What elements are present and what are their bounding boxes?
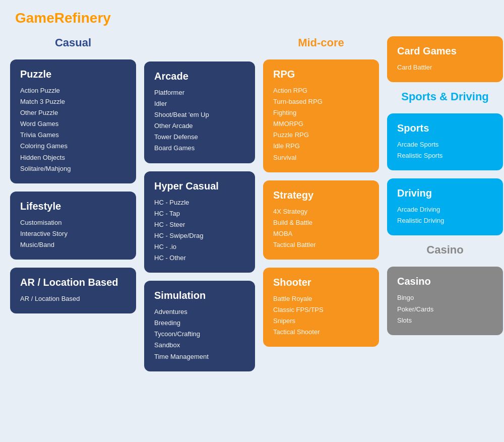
card-games-items: Card Battler [397, 62, 493, 73]
puzzle-card: Puzzle Action Puzzle Match 3 Puzzle Othe… [10, 59, 136, 183]
list-item: HC - .io [154, 241, 245, 252]
casino-items: Bingo Poker/Cards Slots [397, 292, 493, 326]
rpg-title: RPG [273, 69, 369, 80]
logo: GameRefinery [15, 10, 494, 26]
list-item: Customisation [20, 217, 126, 228]
list-item: Sandbox [154, 340, 245, 351]
list-item: Breeding [154, 318, 245, 329]
list-item: Fighting [273, 107, 369, 118]
list-item: Hidden Objects [20, 152, 126, 163]
list-item: Tower Defense [154, 132, 245, 143]
list-item: Puzzle RPG [273, 130, 369, 141]
list-item: Slots [397, 315, 493, 326]
list-item: Action Puzzle [20, 85, 126, 96]
list-item: Shoot/Beat 'em Up [154, 109, 245, 120]
list-item: Bingo [397, 292, 493, 303]
card-games-title: Card Games [397, 45, 493, 57]
list-item: Tycoon/Crafting [154, 329, 245, 340]
sports-items: Arcade Sports Realistic Sports [397, 139, 493, 161]
midcore-column: Mid-core RPG Action RPG Turn-based RPG F… [263, 36, 379, 347]
list-item: HC - Other [154, 252, 245, 264]
strategy-items: 4X Strategy Build & Battle MOBA Tactical… [273, 206, 369, 250]
list-item: Match 3 Puzzle [20, 96, 126, 107]
midcore-title: Mid-core [263, 36, 379, 49]
list-item: MMORPG [273, 118, 369, 130]
list-item: Trivia Games [20, 130, 126, 141]
list-item: Adventures [154, 306, 245, 318]
simulation-card: Simulation Adventures Breeding Tycoon/Cr… [144, 281, 255, 371]
lifestyle-title: Lifestyle [20, 201, 126, 212]
sports-card: Sports Arcade Sports Realistic Sports [387, 113, 503, 170]
rpg-items: Action RPG Turn-based RPG Fighting MMORP… [273, 85, 369, 163]
ar-card: AR / Location Based AR / Location Based [10, 268, 136, 313]
simulation-items: Adventures Breeding Tycoon/Crafting Sand… [154, 306, 245, 362]
sports-driving-title: Sports & Driving [387, 90, 503, 103]
lifestyle-items: Customisation Interactive Story Music/Ba… [20, 217, 126, 250]
list-item: HC - Steer [154, 219, 245, 230]
driving-title: Driving [397, 187, 493, 199]
list-item: Arcade Driving [397, 204, 493, 215]
list-item: Turn-based RPG [273, 96, 369, 107]
list-item: Other Arcade [154, 120, 245, 132]
puzzle-title: Puzzle [20, 69, 126, 80]
ar-title: AR / Location Based [20, 277, 126, 288]
list-item: 4X Strategy [273, 206, 369, 217]
list-item: Idle RPG [273, 141, 369, 152]
list-item: Realistic Driving [397, 215, 493, 226]
list-item: Tactical Battler [273, 239, 369, 250]
spacer [144, 36, 255, 53]
list-item: AR / Location Based [20, 293, 126, 304]
driving-items: Arcade Driving Realistic Driving [397, 204, 493, 226]
list-item: HC - Puzzle [154, 197, 245, 208]
list-item: Music/Band [20, 239, 126, 250]
sports-title: Sports [397, 122, 493, 134]
list-item: Interactive Story [20, 228, 126, 239]
shooter-items: Battle Royale Classic FPS/TPS Snipers Ta… [273, 293, 369, 338]
hyper-casual-title: Hyper Casual [154, 180, 245, 192]
list-item: Board Games [154, 143, 245, 154]
list-item: Tactical Shooter [273, 327, 369, 338]
simulation-title: Simulation [154, 290, 245, 301]
arcade-items: Platformer Idler Shoot/Beat 'em Up Other… [154, 87, 245, 154]
list-item: Survival [273, 152, 369, 163]
casual-column: Casual Puzzle Action Puzzle Match 3 Puzz… [10, 36, 136, 313]
strategy-title: Strategy [273, 190, 369, 201]
ar-items: AR / Location Based [20, 293, 126, 304]
strategy-card: Strategy 4X Strategy Build & Battle MOBA… [263, 180, 379, 260]
shooter-card: Shooter Battle Royale Classic FPS/TPS Sn… [263, 268, 379, 347]
list-item: HC - Tap [154, 208, 245, 219]
list-item: Classic FPS/TPS [273, 304, 369, 315]
logo-text: GameRefinery [15, 10, 111, 26]
driving-card: Driving Arcade Driving Realistic Driving [387, 178, 503, 235]
list-item: Action RPG [273, 85, 369, 96]
arcade-card: Arcade Platformer Idler Shoot/Beat 'em U… [144, 61, 255, 163]
list-item: Platformer [154, 87, 245, 98]
lifestyle-card: Lifestyle Customisation Interactive Stor… [10, 192, 136, 260]
list-item: Idler [154, 98, 245, 109]
list-item: Realistic Sports [397, 150, 493, 161]
list-item: Poker/Cards [397, 304, 493, 315]
casino-card: Casino Bingo Poker/Cards Slots [387, 267, 503, 335]
list-item: Card Battler [397, 62, 493, 73]
shooter-title: Shooter [273, 277, 369, 288]
list-item: Time Management [154, 351, 245, 362]
rpg-card: RPG Action RPG Turn-based RPG Fighting M… [263, 59, 379, 172]
hyper-casual-items: HC - Puzzle HC - Tap HC - Steer HC - Swi… [154, 197, 245, 264]
card-games-card: Card Games Card Battler [387, 36, 503, 82]
arcade-column: Arcade Platformer Idler Shoot/Beat 'em U… [144, 36, 255, 371]
list-item: Battle Royale [273, 293, 369, 304]
casino-title: Casino [397, 276, 493, 287]
list-item: Arcade Sports [397, 139, 493, 150]
arcade-title: Arcade [154, 71, 245, 82]
list-item: Build & Battle [273, 217, 369, 228]
puzzle-items: Action Puzzle Match 3 Puzzle Other Puzzl… [20, 85, 126, 174]
right-column: Card Games Card Battler Sports & Driving… [387, 36, 503, 335]
list-item: MOBA [273, 228, 369, 239]
casual-title: Casual [10, 36, 136, 49]
main-grid: Casual Puzzle Action Puzzle Match 3 Puzz… [10, 36, 494, 371]
list-item: Coloring Games [20, 141, 126, 152]
list-item: Word Games [20, 118, 126, 130]
list-item: HC - Swipe/Drag [154, 230, 245, 241]
list-item: Snipers [273, 315, 369, 327]
list-item: Other Puzzle [20, 107, 126, 118]
